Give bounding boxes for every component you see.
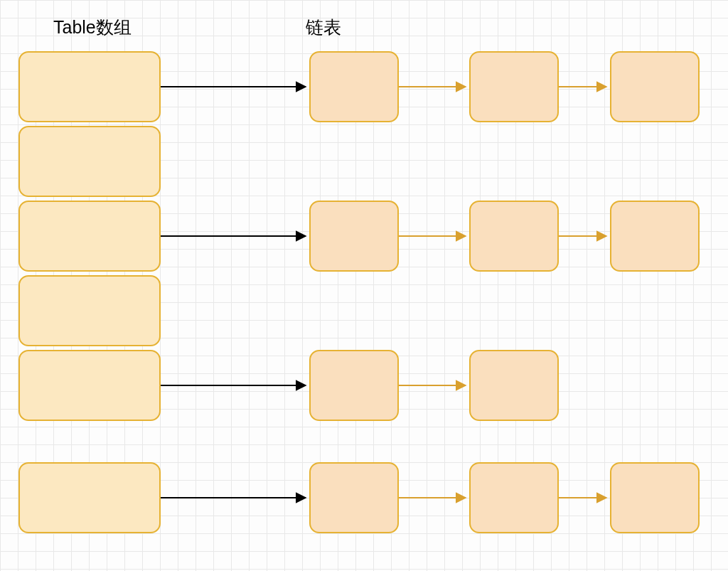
node-0-1: [469, 51, 559, 122]
node-2-1: [469, 201, 559, 272]
table-slot-5: [18, 462, 161, 533]
table-slot-1: [18, 126, 161, 197]
node-2-0: [309, 201, 399, 272]
node-0-2: [610, 51, 700, 122]
node-5-1: [469, 462, 559, 533]
table-slot-0: [18, 51, 161, 122]
table-slot-4: [18, 350, 161, 421]
node-5-0: [309, 462, 399, 533]
table-array-label: Table数组: [53, 16, 132, 39]
linked-list-label: 链表: [306, 16, 341, 39]
node-4-0: [309, 350, 399, 421]
node-5-2: [610, 462, 700, 533]
node-2-2: [610, 201, 700, 272]
table-slot-2: [18, 201, 161, 272]
node-0-0: [309, 51, 399, 122]
node-4-1: [469, 350, 559, 421]
table-slot-3: [18, 275, 161, 346]
